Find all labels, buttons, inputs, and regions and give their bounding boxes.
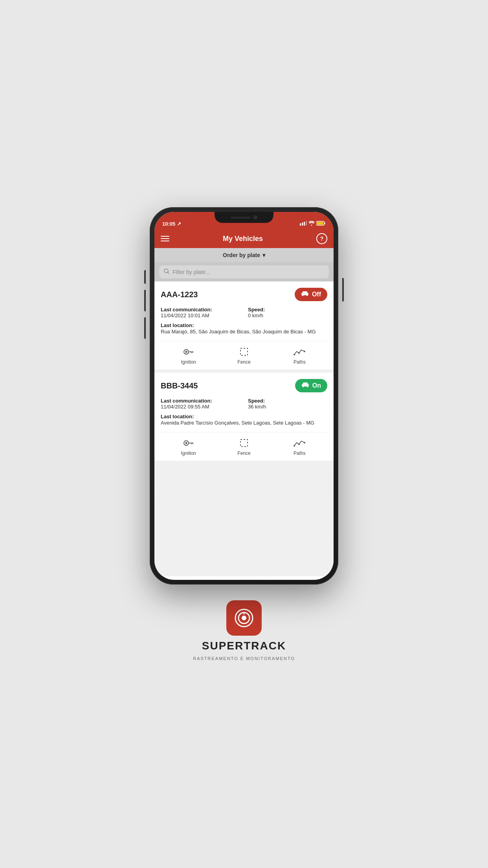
fence-button-2[interactable]: Fence <box>216 437 272 456</box>
svg-point-35 <box>304 442 305 443</box>
status-badge-1: Off <box>295 288 327 301</box>
svg-line-9 <box>168 272 169 274</box>
car-icon-2 <box>301 382 309 389</box>
location-value-2: Avenida Padre Tarcísio Gonçalves, Sete L… <box>161 419 327 427</box>
vehicle-list: AAA-1223 Off <box>154 281 334 576</box>
silent-button <box>144 270 146 284</box>
paths-icon-2 <box>294 437 305 449</box>
info-row-2: Last communication: 11/04/2022 09:55 AM … <box>161 398 327 410</box>
time-display: 10:05 <box>162 221 175 227</box>
paths-button-1[interactable]: Paths <box>272 346 327 365</box>
comm-value-2: 11/04/2022 09:55 AM <box>161 404 240 410</box>
search-bar: Filter by plate... <box>154 262 334 281</box>
svg-rect-5 <box>325 223 325 224</box>
location-icon: ↗ <box>177 221 181 227</box>
camera <box>253 215 257 219</box>
svg-point-21 <box>298 352 300 354</box>
speed-col-1: Speed: 0 km/h <box>248 307 327 318</box>
brand-logo <box>226 600 262 636</box>
search-input-wrapper[interactable]: Filter by plate... <box>159 265 329 278</box>
info-row-1: Last communication: 11/04/2022 10:01 AM … <box>161 307 327 318</box>
location-label-1: Last location: <box>161 322 327 328</box>
brand-name: SUPERTRACK <box>202 640 286 652</box>
signal-icon <box>300 221 307 227</box>
chevron-down-icon: ▾ <box>262 252 265 258</box>
paths-button-2[interactable]: Paths <box>272 437 327 456</box>
action-row-2: Ignition Fence <box>161 432 327 456</box>
fence-button-1[interactable]: Fence <box>216 346 272 365</box>
phone-screen: 10:05 ↗ <box>154 212 334 580</box>
fence-icon-2 <box>239 437 249 449</box>
vehicle-card-2: BBB-3445 On <box>154 373 334 461</box>
svg-rect-1 <box>302 223 303 226</box>
svg-rect-26 <box>302 385 309 385</box>
help-button[interactable]: ? <box>316 233 327 244</box>
svg-point-12 <box>306 294 308 296</box>
svg-point-11 <box>302 294 303 296</box>
paths-icon-1 <box>294 346 305 358</box>
status-icons: ⚡ <box>300 221 326 227</box>
ignition-button-2[interactable]: Ignition <box>161 437 216 456</box>
status-badge-2: On <box>295 379 327 392</box>
svg-rect-2 <box>304 222 305 226</box>
phone-device: 10:05 ↗ <box>150 207 338 585</box>
app-header: My Vehicles ? <box>154 229 334 248</box>
fence-label-1: Fence <box>237 359 250 365</box>
volume-up-button <box>144 290 146 311</box>
comm-col-1: Last communication: 11/04/2022 10:01 AM <box>161 307 240 318</box>
location-label-2: Last location: <box>161 414 327 419</box>
action-row-1: Ignition Fence <box>161 341 327 365</box>
card-header-2: BBB-3445 On <box>161 379 327 392</box>
fence-label-2: Fence <box>237 451 250 456</box>
svg-point-38 <box>242 616 246 620</box>
speed-col-2: Speed: 36 km/h <box>248 398 327 410</box>
key-icon-1 <box>183 346 194 358</box>
svg-point-28 <box>185 442 187 444</box>
speed-label-1: Speed: <box>248 307 327 313</box>
power-button <box>342 278 344 302</box>
svg-point-15 <box>185 351 187 353</box>
fence-icon-1 <box>239 346 249 358</box>
brand-subtitle: RASTREAMENTO E MONITORAMENTO <box>193 656 295 661</box>
card-header-1: AAA-1223 Off <box>161 288 327 301</box>
notch <box>215 212 273 223</box>
svg-point-33 <box>294 445 295 447</box>
hamburger-line-1 <box>161 236 169 237</box>
ignition-button-1[interactable]: Ignition <box>161 346 216 365</box>
svg-rect-19 <box>240 348 248 355</box>
car-icon-1 <box>301 291 309 298</box>
svg-point-34 <box>298 443 300 445</box>
order-bar[interactable]: Order by plate ▾ <box>154 248 334 262</box>
wifi-icon <box>308 221 315 227</box>
plate-1: AAA-1223 <box>161 290 198 299</box>
svg-rect-3 <box>306 221 307 226</box>
comm-col-2: Last communication: 11/04/2022 09:55 AM <box>161 398 240 410</box>
page-wrapper: 10:05 ↗ <box>0 0 488 868</box>
order-label: Order by plate <box>223 252 260 258</box>
paths-label-2: Paths <box>294 451 306 456</box>
location-section-1: Last location: Rua Marajó, 85, São Joaqu… <box>161 322 327 335</box>
search-input[interactable]: Filter by plate... <box>172 269 210 275</box>
key-icon-2 <box>183 437 194 449</box>
location-section-2: Last location: Avenida Padre Tarcísio Go… <box>161 414 327 427</box>
comm-label-2: Last communication: <box>161 398 240 404</box>
brand-section: SUPERTRACK RASTREAMENTO E MONITORAMENTO <box>193 600 295 661</box>
svg-text:⚡: ⚡ <box>318 222 321 226</box>
hamburger-menu[interactable] <box>161 236 169 241</box>
plate-2: BBB-3445 <box>161 381 198 390</box>
page-title: My Vehicles <box>223 235 263 243</box>
location-value-1: Rua Marajó, 85, São Joaquim de Bicas, Sã… <box>161 328 327 335</box>
paths-label-1: Paths <box>294 359 306 365</box>
hamburger-line-2 <box>161 238 169 239</box>
speaker <box>231 217 250 219</box>
hamburger-line-3 <box>161 241 169 241</box>
ignition-label-1: Ignition <box>181 359 196 365</box>
svg-point-25 <box>306 386 308 387</box>
speed-value-2: 36 km/h <box>248 404 327 410</box>
status-text-1: Off <box>312 291 321 298</box>
svg-rect-0 <box>300 223 301 226</box>
status-time: 10:05 ↗ <box>162 221 181 227</box>
comm-label-1: Last communication: <box>161 307 240 313</box>
speed-label-2: Speed: <box>248 398 327 404</box>
svg-point-24 <box>302 386 304 387</box>
